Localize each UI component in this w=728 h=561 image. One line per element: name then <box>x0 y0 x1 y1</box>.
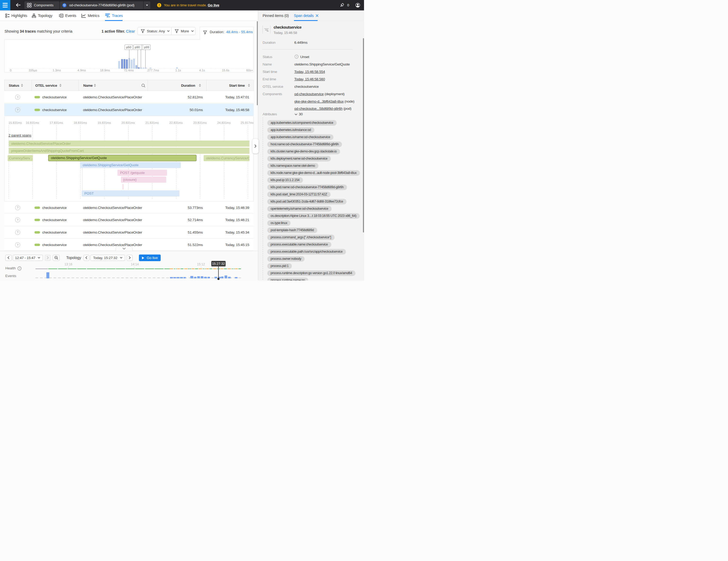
svg-text:?: ? <box>296 55 297 58</box>
svg-text:?: ? <box>19 267 20 270</box>
